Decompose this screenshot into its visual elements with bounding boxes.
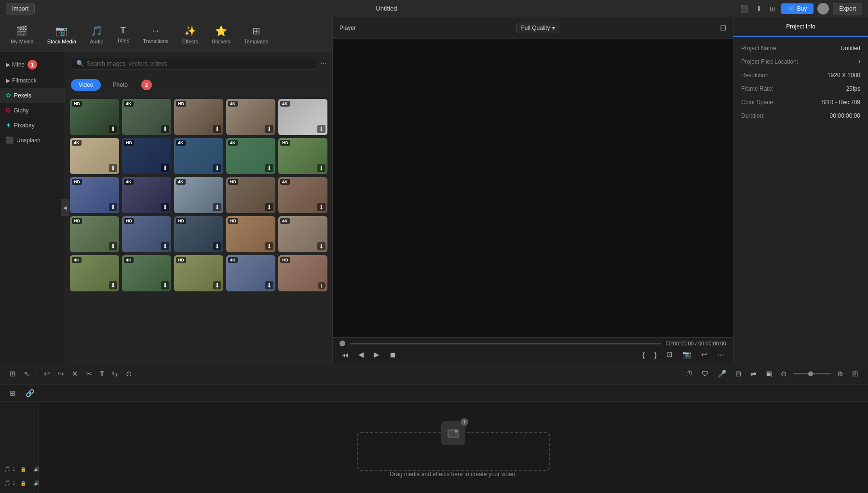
swap-tool[interactable]: ⇆	[109, 368, 121, 380]
search-input-wrap[interactable]: 🔍	[71, 57, 316, 70]
select-tool[interactable]: ↖	[21, 368, 33, 380]
minus-circle-icon[interactable]: ⊖	[778, 368, 790, 380]
mic-icon[interactable]: 🎤	[715, 368, 730, 380]
avatar[interactable]	[817, 3, 829, 14]
download-icon[interactable]: ⬇	[161, 281, 169, 289]
download-icon[interactable]: ⬇	[109, 242, 117, 250]
info-icon[interactable]: ℹ	[318, 282, 326, 289]
media-thumb[interactable]: 4K ⬇	[122, 255, 171, 291]
download-icon[interactable]: ⬇	[213, 125, 221, 133]
media-thumb[interactable]: HD ⬇	[70, 216, 119, 252]
quality-select[interactable]: Full Quality ▾	[516, 23, 559, 33]
more-options-icon[interactable]: ···	[320, 59, 326, 68]
download-icon[interactable]: ⬇	[317, 203, 326, 211]
media-thumb[interactable]: 4K ⬇	[122, 99, 171, 135]
media-thumb[interactable]: HD ⬇	[70, 99, 119, 135]
tab-audio[interactable]: 🎵 Audio	[83, 21, 110, 48]
add-track-icon[interactable]: ⊞	[7, 387, 19, 399]
download-icon[interactable]: ⬇	[265, 281, 273, 289]
lock-icon-2[interactable]: 🔒	[17, 479, 29, 487]
fullscreen-icon[interactable]: ⊡	[720, 23, 726, 32]
sidebar-item-pexels[interactable]: ✿ Pexels	[0, 88, 65, 103]
media-thumb[interactable]: 4K ⬇	[226, 99, 275, 135]
zoom-track[interactable]	[793, 373, 831, 374]
tab-stock-media[interactable]: 📷 Stock Media	[41, 21, 83, 48]
tab-project-info[interactable]: Project Info	[733, 17, 868, 37]
media-thumb[interactable]: HD ⬇	[278, 138, 327, 174]
media-thumb[interactable]: 4K ⬇	[122, 177, 171, 213]
tab-my-media[interactable]: 🎬 My Media	[4, 21, 41, 48]
grid-icon[interactable]: ⊞	[768, 4, 777, 14]
sidebar-item-unsplash[interactable]: ⬛ Unsplash	[0, 133, 65, 148]
media-thumb[interactable]: HD ℹ	[278, 255, 327, 291]
media-thumb[interactable]: 4K ⬇	[226, 138, 275, 174]
tab-titles[interactable]: T Titles	[110, 22, 136, 47]
zoom-handle[interactable]	[808, 371, 813, 376]
download-icon[interactable]: ⬇	[213, 164, 221, 172]
download-icon[interactable]: ⬇	[213, 203, 221, 211]
circle-tool[interactable]: ⊙	[123, 368, 135, 380]
media-thumb[interactable]: 4K ⬇	[174, 177, 223, 213]
media-thumb[interactable]: HD ⬇	[70, 177, 119, 213]
download-icon[interactable]: ⬇	[317, 164, 326, 172]
download-icon[interactable]: ⬇	[317, 125, 326, 133]
mark-out-icon[interactable]: }	[652, 350, 659, 360]
sidebar-item-giphy[interactable]: G Giphy	[0, 103, 65, 118]
download-icon[interactable]: ⬇	[109, 125, 117, 133]
media-thumb[interactable]: HD ⬇	[122, 138, 171, 174]
collapse-sidebar-button[interactable]: ◀	[61, 199, 69, 216]
download-icon[interactable]: ⬇	[265, 125, 273, 133]
buy-button[interactable]: 🛒 Buy	[781, 3, 814, 14]
timeline-track[interactable]	[350, 343, 661, 344]
play-reverse-button[interactable]: ◀	[356, 349, 366, 360]
download-icon[interactable]: ⬇	[161, 242, 169, 250]
sidebar-filmstock[interactable]: ▶ Filmstock	[0, 73, 65, 88]
media-thumb[interactable]: HD ⬇	[174, 216, 223, 252]
download-icon[interactable]: ⬇	[161, 203, 169, 211]
timeline-playhead[interactable]	[339, 341, 345, 346]
download-icon[interactable]: ⬇	[109, 281, 117, 289]
stop-button[interactable]: ⏹	[387, 350, 398, 360]
download-icon[interactable]: ⬇	[265, 242, 273, 250]
media-thumb[interactable]: 4K ⬇	[278, 177, 327, 213]
media-thumb[interactable]: HD ⬇	[226, 177, 275, 213]
download-icon[interactable]: ⬇	[213, 281, 221, 289]
undo-icon[interactable]: ↩	[699, 349, 709, 360]
media-thumb[interactable]: HD ⬇	[174, 255, 223, 291]
media-thumb[interactable]: 4K ⬇	[70, 255, 119, 291]
redo-tool[interactable]: ↪	[55, 368, 67, 380]
filter-video[interactable]: Video	[71, 79, 101, 91]
tab-stickers[interactable]: ⭐ Stickers	[205, 21, 237, 48]
more-icon[interactable]: ⋯	[715, 349, 726, 360]
media-thumb[interactable]: HD ⬇	[122, 216, 171, 252]
download-icon[interactable]: ⬇	[754, 4, 764, 14]
download-icon[interactable]: ⬇	[265, 203, 273, 211]
media-thumb[interactable]: 4K ⬇	[278, 99, 327, 135]
tab-effects[interactable]: ✨ Effects	[176, 21, 205, 48]
download-icon[interactable]: ⬇	[109, 203, 117, 211]
lock-icon[interactable]: 🔒	[17, 465, 29, 473]
filter-photo[interactable]: Photo	[105, 79, 135, 91]
export-button[interactable]: Export	[833, 3, 862, 14]
delete-tool[interactable]: ✕	[69, 368, 81, 380]
drop-zone[interactable]	[357, 432, 550, 471]
connect-icon[interactable]: ⇌	[747, 368, 760, 380]
tab-templates[interactable]: ⊞ Templates	[237, 21, 275, 48]
layout-icon[interactable]: ⊟	[732, 368, 745, 380]
text-tool[interactable]: T	[97, 368, 107, 379]
download-icon[interactable]: ⬇	[317, 242, 326, 250]
speed-icon[interactable]: ⏱	[683, 368, 696, 379]
media-thumb[interactable]: HD ⬇	[174, 99, 223, 135]
undo-tool[interactable]: ↩	[41, 368, 53, 380]
shield-icon[interactable]: 🛡	[699, 368, 712, 379]
media-thumb[interactable]: 4K ⬇	[70, 138, 119, 174]
media-thumb[interactable]: 4K ⬇	[174, 138, 223, 174]
add-to-timeline-icon[interactable]: ⊡	[665, 349, 675, 360]
download-icon[interactable]: ⬇	[265, 164, 273, 172]
grid-tool[interactable]: ⊞	[7, 368, 19, 380]
media-thumb[interactable]: HD ⬇	[226, 216, 275, 252]
sidebar-mine[interactable]: ▶ Mine 1	[0, 56, 65, 73]
tab-transitions[interactable]: ↔ Transitions	[136, 21, 175, 48]
download-icon[interactable]: ⬇	[109, 164, 117, 172]
play-button[interactable]: ▶	[372, 349, 381, 360]
